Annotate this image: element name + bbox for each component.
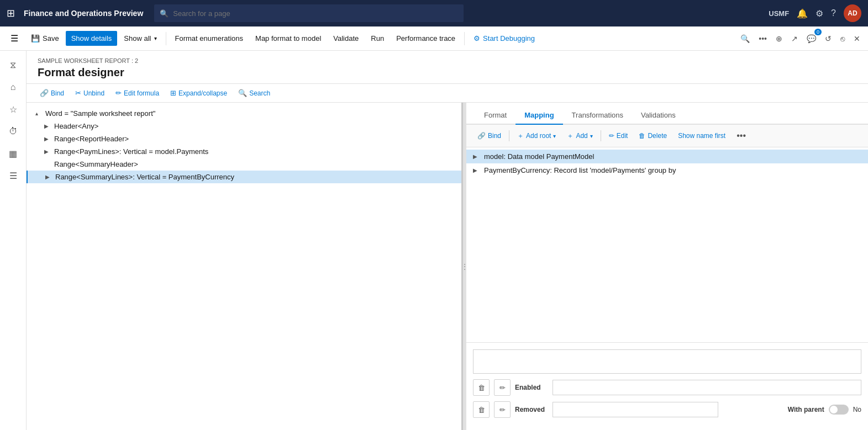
hamburger-button[interactable]: ☰ bbox=[4, 29, 24, 49]
refresh-cmd-icon[interactable]: ↺ bbox=[822, 31, 835, 46]
share-cmd-icon[interactable]: ↗ bbox=[788, 31, 801, 46]
show-details-button[interactable]: Show details bbox=[66, 31, 118, 46]
add-root-button[interactable]: ＋ Add root ▾ bbox=[513, 129, 560, 144]
validate-button[interactable]: Validate bbox=[328, 31, 364, 46]
delete-mapping-icon: 🗑 bbox=[639, 132, 645, 140]
app-title: Finance and Operations Preview bbox=[24, 9, 143, 18]
bookmark-cmd-icon[interactable]: ⊕ bbox=[772, 31, 786, 46]
search-cmd-icon[interactable]: 🔍 bbox=[737, 31, 753, 46]
mapping-bind-button[interactable]: 🔗 Bind bbox=[473, 129, 506, 142]
enabled-pencil-button[interactable]: ✏ bbox=[494, 379, 511, 396]
settings-icon[interactable]: ⚙ bbox=[816, 8, 823, 19]
top-nav: ⊞ Finance and Operations Preview 🔍 USMF … bbox=[0, 0, 868, 26]
removed-trash-button[interactable]: 🗑 bbox=[473, 401, 490, 418]
sidebar-star-icon[interactable]: ☆ bbox=[3, 99, 23, 119]
removed-label: Removed bbox=[515, 406, 548, 413]
avatar[interactable]: AD bbox=[844, 4, 861, 22]
more-cmd-icon[interactable]: ••• bbox=[755, 31, 770, 46]
mapping-tree: ▶ model: Data model PaymentModel ▶ Payme… bbox=[466, 147, 868, 342]
expand-collapse-button[interactable]: ⊞ Expand/collapse bbox=[166, 86, 232, 100]
sidebar-home-icon[interactable]: ⌂ bbox=[3, 77, 23, 97]
map-chevron-model: ▶ bbox=[473, 153, 481, 160]
save-button[interactable]: 💾 Save bbox=[25, 31, 65, 46]
bind-button[interactable]: 🔗 Bind bbox=[35, 86, 69, 100]
mapping-pane: Format Mapping Transformations Validatio… bbox=[466, 103, 868, 430]
add-chevron-icon: ▾ bbox=[590, 133, 593, 139]
search-bar[interactable]: 🔍 bbox=[154, 4, 464, 22]
popout-cmd-icon[interactable]: ⎋ bbox=[837, 31, 848, 46]
sidebar-table-icon[interactable]: ▦ bbox=[3, 144, 23, 163]
edit-mapping-icon: ✏ bbox=[609, 132, 614, 140]
start-debugging-button[interactable]: ⚙ Start Debugging bbox=[468, 31, 540, 46]
tab-transformations[interactable]: Transformations bbox=[563, 107, 632, 125]
app-grid-icon[interactable]: ⊞ bbox=[7, 7, 15, 19]
tree-item-text-header: Header<Any> bbox=[54, 122, 98, 130]
edit-mapping-button[interactable]: ✏ Edit bbox=[604, 129, 633, 142]
more-mapping-button[interactable]: ••• bbox=[732, 128, 750, 144]
edit-formula-button[interactable]: ✏ Edit formula bbox=[111, 86, 164, 100]
map-sep-1 bbox=[509, 130, 509, 141]
performance-trace-button[interactable]: Performance trace bbox=[391, 31, 461, 46]
search-input[interactable] bbox=[173, 9, 458, 18]
format-enumerations-button[interactable]: Format enumerations bbox=[170, 31, 249, 46]
tab-validations[interactable]: Validations bbox=[632, 107, 685, 125]
map-format-to-model-button[interactable]: Map format to model bbox=[250, 31, 327, 46]
toggle-thumb bbox=[830, 406, 838, 413]
enabled-label: Enabled bbox=[515, 384, 548, 391]
tab-mapping[interactable]: Mapping bbox=[515, 107, 562, 125]
mapping-tabs: Format Mapping Transformations Validatio… bbox=[466, 103, 868, 125]
tree-item-root[interactable]: ▴ Word = "Sample worksheet report" bbox=[27, 107, 461, 120]
map-row-text-model: model: Data model PaymentModel bbox=[484, 152, 594, 161]
tree-chevron-paymlines: ▶ bbox=[44, 148, 52, 155]
map-chevron-payment: ▶ bbox=[473, 167, 481, 173]
close-cmd-icon[interactable]: ✕ bbox=[850, 31, 864, 46]
tab-format[interactable]: Format bbox=[475, 107, 515, 125]
tree-chevron-summarylines: ▶ bbox=[45, 174, 53, 180]
tree-item-paymlines[interactable]: ▶ Range<PaymLines>: Vertical = model.Pay… bbox=[27, 145, 461, 158]
tree-item-header[interactable]: ▶ Header<Any> bbox=[27, 120, 461, 132]
page-header: SAMPLE WORKSHEET REPORT : 2 Format desig… bbox=[27, 51, 868, 84]
show-all-button[interactable]: Show all ▾ bbox=[118, 31, 162, 46]
tree-chevron-header: ▶ bbox=[44, 123, 52, 129]
main-layout: ⧖ ⌂ ☆ ⏱ ▦ ☰ SAMPLE WORKSHEET REPORT : 2 … bbox=[0, 51, 868, 430]
tree-item-summaryheader[interactable]: Range<SummaryHeader> bbox=[27, 158, 461, 171]
show-name-first-button[interactable]: Show name first bbox=[674, 129, 730, 142]
add-button[interactable]: ＋ Add ▾ bbox=[562, 129, 597, 144]
unbind-button[interactable]: ✂ Unbind bbox=[71, 86, 109, 100]
formula-input[interactable] bbox=[473, 349, 861, 374]
search-icon: 🔍 bbox=[160, 9, 169, 18]
sidebar-filter-icon[interactable]: ⧖ bbox=[3, 55, 23, 75]
tree-item-text-summarylines: Range<SummaryLines>: Vertical = PaymentB… bbox=[55, 173, 234, 181]
enabled-input[interactable] bbox=[553, 380, 861, 395]
tree-item-summarylines[interactable]: ▶ Range<SummaryLines>: Vertical = Paymen… bbox=[27, 171, 461, 183]
toggle-value: No bbox=[853, 406, 861, 413]
mapping-bind-icon: 🔗 bbox=[477, 132, 486, 140]
bottom-section: 🗑 ✏ Enabled 🗑 ✏ Removed With parent bbox=[466, 342, 868, 430]
messages-cmd-icon[interactable]: 💬 0 bbox=[803, 31, 819, 46]
removed-input[interactable] bbox=[553, 402, 718, 417]
help-icon[interactable]: ? bbox=[831, 8, 836, 18]
removed-pencil-button[interactable]: ✏ bbox=[494, 401, 511, 418]
tree-item-text-reportheader: Range<ReportHeader> bbox=[54, 135, 129, 143]
save-icon: 💾 bbox=[31, 34, 40, 43]
page-title: Format designer bbox=[38, 66, 857, 79]
format-toolbar: 🔗 Bind ✂ Unbind ✏ Edit formula ⊞ Expand/… bbox=[27, 84, 868, 103]
sidebar-clock-icon[interactable]: ⏱ bbox=[3, 121, 23, 141]
map-row-model[interactable]: ▶ model: Data model PaymentModel bbox=[466, 150, 868, 163]
search-format-icon: 🔍 bbox=[238, 89, 247, 97]
tree-item-reportheader[interactable]: ▶ Range<ReportHeader> bbox=[27, 132, 461, 145]
delete-mapping-button[interactable]: 🗑 Delete bbox=[634, 129, 671, 142]
tree-chevron-reportheader: ▶ bbox=[44, 136, 52, 142]
separator-1 bbox=[166, 32, 166, 45]
run-button[interactable]: Run bbox=[365, 31, 390, 46]
bind-icon: 🔗 bbox=[40, 89, 49, 97]
sidebar-list-icon[interactable]: ☰ bbox=[3, 166, 23, 185]
separator-2 bbox=[464, 32, 465, 45]
enabled-trash-button[interactable]: 🗑 bbox=[473, 379, 490, 396]
removed-row: 🗑 ✏ Removed With parent No bbox=[473, 401, 861, 418]
map-row-payment[interactable]: ▶ PaymentByCurrency: Record list 'model/… bbox=[466, 163, 868, 177]
notification-icon[interactable]: 🔔 bbox=[797, 8, 808, 19]
search-format-button[interactable]: 🔍 Search bbox=[234, 86, 275, 100]
tree-pane: ▴ Word = "Sample worksheet report" ▶ Hea… bbox=[27, 103, 463, 430]
with-parent-toggle[interactable] bbox=[829, 405, 849, 415]
